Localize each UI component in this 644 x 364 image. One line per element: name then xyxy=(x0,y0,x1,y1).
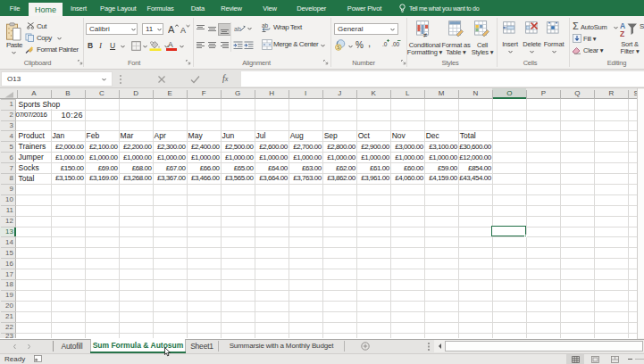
svg-text:Z: Z xyxy=(620,29,624,38)
svg-text:ab: ab xyxy=(262,22,269,29)
svg-text:≠: ≠ xyxy=(423,31,428,38)
svg-text:.0: .0 xyxy=(382,41,388,47)
svg-text:A: A xyxy=(620,21,625,30)
svg-text:ab: ab xyxy=(234,26,241,32)
svg-text:A: A xyxy=(168,24,175,35)
svg-text:A: A xyxy=(180,26,186,35)
